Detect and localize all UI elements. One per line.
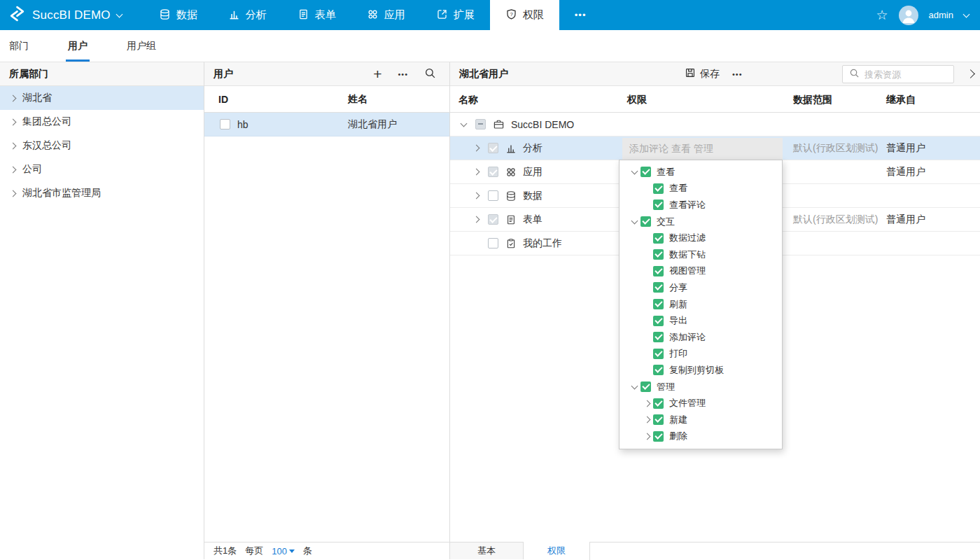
resource-search-input[interactable] (864, 69, 941, 80)
chevron-down-icon[interactable] (631, 167, 638, 174)
tab-users[interactable]: 用户 (68, 30, 88, 62)
perm-node-view[interactable]: 查看 (620, 181, 782, 197)
nav-item-apps[interactable]: 应用 (351, 0, 421, 30)
perm-label: 新建 (669, 414, 687, 426)
chevron-down-icon[interactable] (460, 120, 467, 127)
perm-node-view-manage[interactable]: 视图管理 (620, 263, 782, 280)
perm-node-delete[interactable]: 删除 (620, 428, 782, 445)
column-header-permission: 权限 (627, 86, 647, 113)
perm-checkbox-checked[interactable] (653, 332, 664, 342)
permission-cell-editor[interactable]: 添加评论 查看 管理 (622, 138, 783, 160)
tab-user-groups[interactable]: 用户组 (127, 30, 156, 62)
users-more-button[interactable]: ••• (398, 70, 408, 78)
perm-checkbox-checked[interactable] (653, 282, 664, 293)
chevron-right-icon[interactable] (10, 166, 17, 173)
username[interactable]: admin (929, 10, 953, 20)
resource-checkbox-checked[interactable] (488, 214, 498, 225)
perm-node-create[interactable]: 新建 (620, 412, 782, 428)
resource-checkbox-indeterminate[interactable] (475, 119, 486, 130)
perm-checkbox-checked[interactable] (653, 414, 664, 425)
perm-node-export[interactable]: 导出 (620, 312, 782, 329)
expander (472, 169, 479, 174)
tab-permissions[interactable]: 权限 (524, 542, 590, 560)
perm-node-interact-group[interactable]: 交互 (620, 214, 782, 230)
nav-item-data[interactable]: 数据 (144, 0, 213, 30)
perm-checkbox-checked[interactable] (640, 216, 651, 227)
perm-node-drill-down[interactable]: 数据下钻 (620, 246, 782, 263)
chevron-right-icon[interactable] (472, 192, 479, 200)
perm-node-view-group[interactable]: 查看 (620, 164, 782, 181)
perm-checkbox-checked[interactable] (653, 431, 664, 442)
user-chevron-down-icon[interactable] (963, 10, 970, 18)
perm-node-data-filter[interactable]: 数据过滤 (620, 230, 782, 246)
page-size-select[interactable]: 100 (272, 546, 295, 556)
nav-item-extension[interactable]: 扩展 (421, 0, 490, 30)
users-search-icon[interactable] (424, 67, 436, 81)
dept-item-supervision-bureau[interactable]: 湖北省市监管理局 (0, 181, 204, 205)
nav-item-label: 数据 (176, 8, 197, 22)
chevron-right-icon[interactable] (472, 145, 479, 152)
perm-node-add-comment[interactable]: 添加评论 (620, 329, 782, 346)
tab-departments[interactable]: 部门 (9, 30, 29, 62)
save-button[interactable]: 保存 (685, 67, 720, 80)
tab-basic[interactable]: 基本 (450, 542, 524, 559)
nav-item-label: 权限 (523, 8, 544, 22)
perm-checkbox-checked[interactable] (653, 349, 664, 359)
resource-checkbox-empty[interactable] (488, 238, 498, 248)
dept-item-hubei[interactable]: 湖北省 (0, 86, 204, 110)
perm-node-copy-clipboard[interactable]: 复制到剪切板 (620, 362, 782, 379)
avatar[interactable] (899, 6, 918, 25)
chevron-right-icon[interactable] (10, 142, 17, 149)
column-header-name: 姓名 (348, 93, 368, 106)
perm-checkbox-checked[interactable] (653, 200, 664, 210)
perm-checkbox-checked[interactable] (640, 167, 651, 177)
perm-checkbox-checked[interactable] (653, 398, 664, 409)
chevron-down-icon[interactable] (631, 382, 638, 389)
nav-item-permissions[interactable]: ? 权限 (490, 0, 559, 30)
perm-checkbox-checked[interactable] (653, 249, 664, 260)
chevron-right-icon[interactable] (472, 169, 479, 176)
resource-row-root[interactable]: SuccBI DEMO (450, 113, 980, 136)
perm-node-share[interactable]: 分享 (620, 279, 782, 296)
collapse-panel-button[interactable] (967, 68, 974, 79)
chevron-right-icon[interactable] (10, 118, 17, 125)
perm-label: 视图管理 (669, 265, 706, 277)
save-icon (685, 67, 696, 80)
chevron-down-icon[interactable] (631, 217, 638, 224)
nav-more-button[interactable]: ••• (559, 0, 602, 30)
chevron-right-icon[interactable] (643, 400, 650, 407)
brand[interactable]: SuccBI DEMO (0, 0, 132, 30)
dept-item-company[interactable]: 公司 (0, 158, 204, 181)
chevron-right-icon[interactable] (472, 216, 479, 223)
perm-checkbox-checked[interactable] (653, 316, 664, 326)
perm-checkbox-checked[interactable] (653, 299, 664, 309)
resource-checkbox-empty[interactable] (488, 190, 498, 201)
user-row-checkbox[interactable] (220, 119, 230, 130)
perm-checkbox-checked[interactable] (653, 365, 664, 375)
dept-item-donghan-hq[interactable]: 东汉总公司 (0, 134, 204, 158)
chevron-right-icon[interactable] (10, 94, 17, 102)
perm-checkbox-checked[interactable] (640, 382, 651, 392)
perm-label: 管理 (657, 381, 675, 393)
resource-checkbox-checked[interactable] (488, 167, 498, 177)
perm-checkbox-checked[interactable] (653, 233, 664, 244)
perm-checkbox-checked[interactable] (653, 183, 664, 194)
perm-node-file-manage[interactable]: 文件管理 (620, 395, 782, 412)
perm-checkbox-checked[interactable] (653, 266, 664, 276)
chevron-right-icon[interactable] (643, 433, 650, 440)
perm-node-refresh[interactable]: 刷新 (620, 296, 782, 313)
perm-node-print[interactable]: 打印 (620, 346, 782, 363)
permissions-more-button[interactable]: ••• (732, 70, 743, 78)
perm-node-manage-group[interactable]: 管理 (620, 379, 782, 396)
dept-item-group-hq[interactable]: 集团总公司 (0, 110, 204, 134)
favorite-star-icon[interactable]: ☆ (876, 8, 888, 22)
user-row-hb[interactable]: hb 湖北省用户 (204, 113, 449, 136)
chevron-right-icon[interactable] (643, 416, 650, 424)
perm-node-view-comments[interactable]: 查看评论 (620, 197, 782, 214)
resource-search[interactable] (842, 65, 954, 83)
resource-checkbox-checked[interactable] (488, 143, 498, 153)
nav-item-analysis[interactable]: 分析 (213, 0, 282, 30)
chevron-right-icon[interactable] (10, 190, 17, 197)
nav-item-form[interactable]: 表单 (282, 0, 351, 30)
add-user-button[interactable]: + (373, 66, 382, 81)
